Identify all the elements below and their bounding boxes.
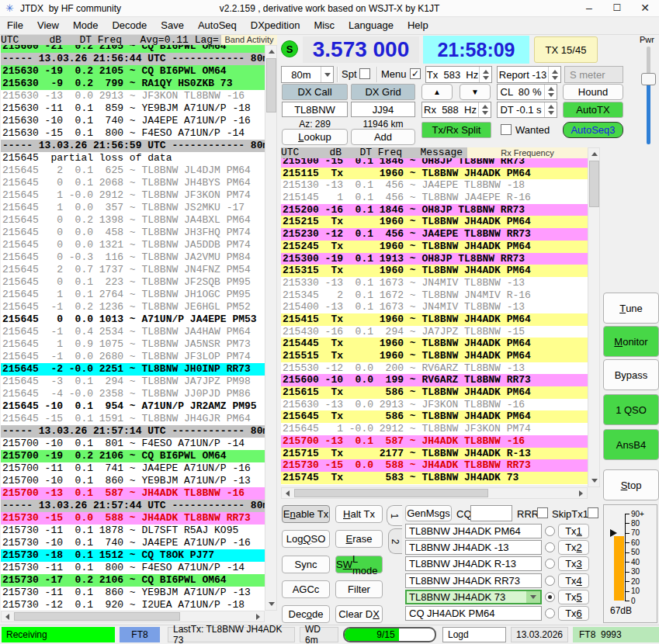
tx-6-button[interactable]: Tx 6 <box>558 606 589 621</box>
decode-row[interactable]: 215115 Tx 1960 ~ TL8BNW JH4ADK PM64 <box>281 168 588 180</box>
spin-up-icon[interactable] <box>548 105 554 109</box>
dx-grid-field[interactable]: JJ94 <box>351 102 415 117</box>
decode-row[interactable]: ----- 13.03.26 21:56:44 UTC ------------… <box>1 53 265 65</box>
decode-row[interactable]: 215130 -13 0.1 456 ~ JA4EPE TL8BNW -18 <box>281 179 588 192</box>
tx-period-tab-1[interactable]: 1 <box>387 505 402 526</box>
decode-row[interactable]: 215630 -11 0.1 859 ~ YE9BJM A71UN/P -18 <box>1 102 265 115</box>
decode-row[interactable]: ----- 13.03.26 21:57:14 UTC ------------… <box>1 425 265 438</box>
menu-file[interactable]: File <box>0 17 30 34</box>
menu-checkbox[interactable]: ✓ <box>410 68 421 79</box>
decode-row[interactable]: 215645 2 0.7 1737 ~ TL8BNW JN4FNZ PM54 <box>1 264 265 276</box>
cl-spinner[interactable]: CL 80 % <box>497 84 557 100</box>
decode-row[interactable]: 215430 -16 0.1 294 ~ JA7JPZ TL8BNW -15 <box>281 326 588 338</box>
menu-save[interactable]: Save <box>154 17 191 34</box>
agcc-button[interactable]: AGCc <box>282 580 330 598</box>
spin-up-icon[interactable] <box>482 105 488 109</box>
decode-row[interactable]: 215300 -19 0.1 1913 ~ OH8JP TL8BNW RR73 <box>281 253 588 265</box>
chevron-down-icon[interactable] <box>526 591 540 603</box>
decode-row[interactable]: 215445 Tx 1960 ~ TL8BNW JH4ADK PM64 <box>281 338 588 350</box>
decode-row[interactable]: 215645 partial loss of data <box>1 152 265 164</box>
tx-select-radio[interactable] <box>545 592 555 602</box>
decode-row[interactable]: 215645 2 0.1 625 ~ TL8BNW JL4DJM PM64 <box>1 164 265 177</box>
decode-row[interactable]: 215645 0 0.0 1013 ~ A71UN/P JA4EPE PM53 <box>1 313 265 326</box>
frequency-display[interactable]: 3.573 000 <box>303 36 419 63</box>
decode-row[interactable]: 215645 1 -0.0 2912 ~ TL8BNW JF3KON PM74 <box>281 423 588 435</box>
spin-down-icon[interactable] <box>552 76 558 80</box>
genmsgs-button[interactable]: GenMsgs <box>405 505 452 521</box>
decode-row[interactable]: 215415 Tx 1960 ~ TL8BNW JH4ADK PM64 <box>281 313 588 326</box>
decode-row[interactable]: 215630 -13 0.0 2913 ~ JF3KON TL8BNW -16 <box>1 90 265 102</box>
menu-view[interactable]: View <box>30 17 66 34</box>
decode-row[interactable]: 215645 -4 -0.0 2358 ~ TL8BNW JJ0PJD PM86 <box>1 388 265 400</box>
decode-row[interactable]: 215645 0 0.1 2068 ~ TL8BNW JH4BYS PM64 <box>1 177 265 189</box>
tx-select-radio[interactable] <box>545 526 555 536</box>
decode-row[interactable]: 215700 -10 0.1 801 ~ F4ESO A71UN/P -14 <box>1 438 265 450</box>
rx-frequency-vscrollbar[interactable] <box>588 147 600 487</box>
tx-message-field[interactable]: CQ JH4ADK PM64 <box>405 606 542 621</box>
pwr-slider-track-lower[interactable] <box>647 84 650 144</box>
band-activity-hscrollbar[interactable] <box>1 611 265 622</box>
halt-tx-button[interactable]: Halt Tx <box>335 505 383 523</box>
tx-offset-spinner[interactable]: Tx 583 Hz <box>425 66 492 83</box>
decode-row[interactable]: 215645 -3 0.1 294 ~ TL8BNW JA7JPZ PM98 <box>1 376 265 388</box>
band-activity-vscrollbar[interactable] <box>265 45 277 611</box>
1-qso-button[interactable]: 1 QSO <box>603 394 659 425</box>
scroll-thumb[interactable] <box>589 161 599 207</box>
txrx-split-button[interactable]: Tx/Rx Split <box>421 122 491 138</box>
spinner-arrows[interactable] <box>544 85 557 99</box>
scroll-left-icon[interactable] <box>5 614 9 620</box>
tx-select-radio[interactable] <box>545 559 555 569</box>
hound-button[interactable]: Hound <box>563 84 623 100</box>
decode-row[interactable]: 215715 Tx 2177 ~ TL8BNW JH4ADK R-13 <box>281 448 588 460</box>
sync-button[interactable]: Sync <box>282 556 330 573</box>
tab-band-activity[interactable]: Band Activity <box>221 35 277 45</box>
scroll-down-icon[interactable] <box>269 602 275 606</box>
tx-2-button[interactable]: Tx 2 <box>558 540 589 555</box>
minimize-button[interactable]: – <box>575 0 603 17</box>
stop-button[interactable]: Stop <box>603 469 659 500</box>
dx-call-header[interactable]: DX Call <box>282 84 348 100</box>
enable-tx-button[interactable]: Enable Tx <box>282 505 330 523</box>
menu-dxpedition[interactable]: DXpedition <box>244 17 307 34</box>
maximize-button[interactable]: ☐ <box>603 0 631 17</box>
decode-row[interactable]: 215645 1 0.9 1075 ~ TL8BNW JA5NSR PM73 <box>1 338 265 351</box>
scroll-right-icon[interactable] <box>256 614 260 620</box>
decode-row[interactable]: 215615 Tx 586 ~ TL8BNW JH4ADK PM64 <box>281 386 588 399</box>
spin-up-icon[interactable] <box>483 70 489 74</box>
decode-row[interactable]: 215645 -1 0.0 2680 ~ TL8BNW JF3LOP PM74 <box>1 351 265 363</box>
tx-4-button[interactable]: Tx 4 <box>558 573 589 588</box>
decode-row[interactable]: 215245 Tx 1960 ~ TL8BNW JH4ADK PM64 <box>281 241 588 253</box>
erase-button[interactable]: Erase <box>335 530 383 548</box>
decode-row[interactable]: 215730 -12 0.1 920 ~ I2UEA A71UN/P -18 <box>1 599 265 611</box>
decode-row[interactable]: 215630 -19 0.2 2105 ~ CQ BI6PWL OM64 <box>1 65 265 78</box>
spt-checkbox[interactable] <box>359 68 370 79</box>
decode-row[interactable]: 215100 -15 0.1 1846 ~ OH8JP TL8BNW RR73 <box>281 158 588 168</box>
decode-row[interactable]: 215645 -1 0.2 1236 ~ TL8BNW JE6HGL PM52 <box>1 301 265 313</box>
decode-row[interactable]: 215530 -12 0.0 200 ~ RV6ARZ TL8BNW -13 <box>281 362 588 375</box>
decode-row[interactable]: 215630 -13 0.0 2913 ~ JF3KON TL8BNW -16 <box>281 399 588 411</box>
decode-row[interactable]: 215145 1 0.1 456 ~ TL8BNW JA4EPE R-16 <box>281 192 588 204</box>
tx-message-field[interactable]: TL8BNW JH4ADK 73 <box>405 590 542 604</box>
decode-row[interactable]: 215645 -2 -0.0 2251 ~ TL8BNW JH0INP RR73 <box>1 363 265 376</box>
decode-row[interactable]: 215645 0 0.2 1398 ~ TL8BNW JA4BXL PM64 <box>1 214 265 227</box>
autoseq-button[interactable]: AutoSeq3 <box>563 122 623 138</box>
decode-row[interactable]: 215345 2 0.1 1672 ~ TL8BNW JN4MIV R-16 <box>281 289 588 302</box>
scroll-thumb[interactable] <box>14 612 180 621</box>
menu-language[interactable]: Language <box>342 17 401 34</box>
menu-help[interactable]: Help <box>401 17 435 34</box>
decode-row[interactable]: 215730 -17 0.2 2106 ~ CQ BI6PWL OM64 <box>1 574 265 587</box>
tx-5-button[interactable]: Tx 5 <box>558 590 589 604</box>
scroll-thumb[interactable] <box>266 58 276 113</box>
decode-row[interactable]: 215700 -11 0.1 741 ~ JA4EPE A71UN/P -16 <box>1 462 265 475</box>
spinner-arrows[interactable] <box>548 67 560 82</box>
decode-row[interactable]: 215730 -10 0.1 740 ~ JA4EPE A71UN/P -16 <box>1 537 265 549</box>
decode-button[interactable]: Decode <box>282 605 330 623</box>
tx-cycle-button[interactable]: TX 15/45 <box>534 36 598 63</box>
tab-rx-frequency[interactable]: Rx Frequency <box>467 147 588 158</box>
dx-call-field[interactable]: TL8BNW <box>282 102 348 117</box>
decode-row[interactable]: 215645 Tx 586 ~ TL8BNW JH4ADK PM64 <box>281 410 588 423</box>
tx-select-radio[interactable] <box>545 576 555 586</box>
decode-row[interactable]: 215730 -11 0.1 1878 ~ DL7SFT R5AJ KO95 <box>1 525 265 537</box>
spinner-arrows[interactable] <box>479 67 491 82</box>
decode-row[interactable]: ----- 13.03.26 21:57:44 UTC ------------… <box>1 500 265 512</box>
